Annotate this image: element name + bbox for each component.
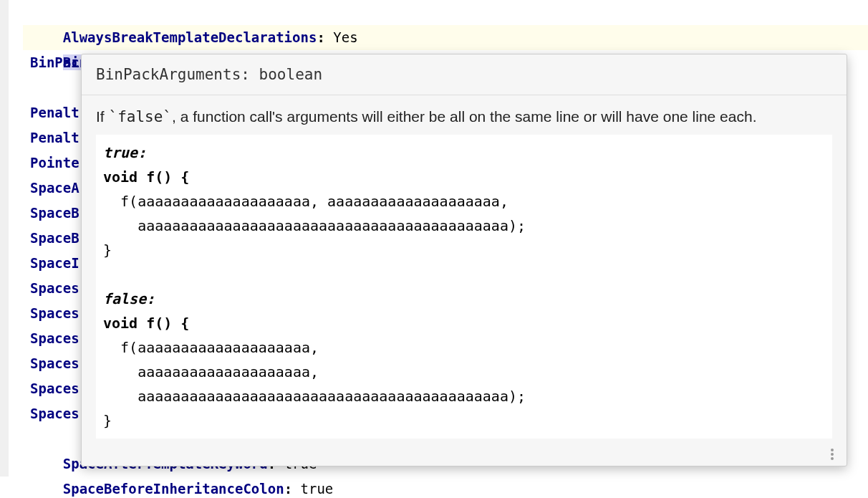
config-value: Yes: [333, 29, 357, 45]
config-key: Spaces: [30, 280, 79, 296]
config-line[interactable]: AlwaysBreakTemplateDeclarations: Yes: [23, 0, 868, 25]
config-key: Pointe: [30, 155, 79, 171]
popup-header: BinPackArguments: boolean: [82, 54, 847, 95]
config-key: SpaceBeforeInheritanceColon: [63, 481, 284, 497]
more-vertical-icon[interactable]: [826, 447, 838, 461]
config-key: Spaces: [30, 380, 79, 396]
config-value: true: [301, 481, 334, 497]
example-label-true: true:: [103, 144, 146, 161]
config-key: BinPac: [30, 54, 79, 70]
config-key: SpaceI: [30, 255, 79, 271]
popup-footer: [82, 447, 847, 466]
config-key: Spaces: [30, 355, 79, 371]
config-key: SpaceB: [30, 205, 79, 221]
code-example: true: void f() { f(aaaaaaaaaaaaaaaaaaaa,…: [96, 135, 832, 439]
colon: :: [284, 481, 301, 497]
config-key: Spaces: [30, 406, 79, 421]
config-key: Penalt: [30, 105, 79, 120]
documentation-popup: BinPackArguments: boolean If `false`, a …: [81, 54, 847, 466]
colon: :: [317, 29, 333, 45]
config-key: Spaces: [30, 330, 79, 346]
config-key: AlwaysBreakTemplateDeclarations: [63, 29, 317, 45]
config-key: SpaceA: [30, 180, 79, 196]
example-label-false: false:: [103, 290, 155, 307]
inline-code: `false`: [109, 108, 173, 125]
popup-body: If `false`, a function call's arguments …: [82, 95, 847, 439]
popup-description: If `false`, a function call's arguments …: [96, 105, 832, 129]
config-key: SpaceB: [30, 230, 79, 246]
config-key: Penalt: [30, 130, 79, 145]
config-key: Spaces: [30, 305, 79, 321]
